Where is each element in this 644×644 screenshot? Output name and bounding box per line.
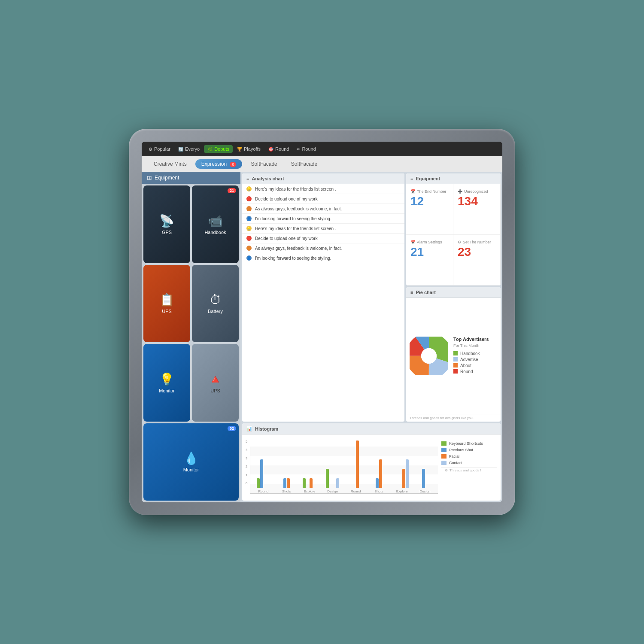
bar-group-5: Round [345, 445, 367, 493]
histogram-panel: 📊 Histogram 5 4 3 2 1 [242, 423, 501, 501]
equipment-stats-header: ≡ Equipment [406, 173, 501, 184]
analysis-list: 💡 Here's my ideas for the friends list s… [242, 184, 404, 422]
popular-icon: ⚙ [149, 147, 152, 152]
pie-chart-header: ≡ Pie chart [406, 287, 501, 298]
legend-dot-contact [441, 461, 447, 465]
pie-content: Top Advertisers For This Month Handbook … [406, 298, 501, 414]
analysis-header: ≡ Analysis chart [242, 173, 404, 184]
equipment-stats-icon: ≡ [410, 176, 413, 181]
chart-legend: Keyboard Shortcuts Previous Shot Facial [441, 438, 497, 497]
sidebar-item-monitor1[interactable]: 💡 Monitor [143, 344, 190, 422]
stat-icon: 📅 [410, 240, 415, 244]
sidebar-item-ups[interactable]: 📋 UPS [143, 265, 190, 343]
bar-group-2: Shots [275, 445, 298, 493]
chart-area: 5 4 3 2 1 0 [246, 438, 438, 497]
bar-group-label: Design [327, 489, 338, 493]
playoffs-icon: 🏆 [237, 147, 242, 152]
svg-point-5 [421, 348, 437, 364]
analysis-item: 🔴 Decide to upload one of my work [242, 234, 404, 243]
sidebar: ⊞ Equipment 📡 GPS 21 📹 Handbook 📋 [142, 172, 240, 502]
subnav-softfacade2[interactable]: SoftFacade [286, 159, 322, 169]
bar [336, 478, 339, 488]
pie-chart-panel: ≡ Pie chart [406, 287, 501, 422]
bar [260, 459, 263, 488]
analysis-item: 💡 Here's my ideas for the friends list s… [242, 224, 404, 234]
top-nav: ⚙ Popular 🔄 Everyo 🌿 Debuts 🏆 Playoffs 🎯… [142, 142, 502, 156]
dot-orange: 🔸 [246, 206, 252, 211]
legend-advertise: Advertise [453, 357, 497, 362]
legend-dot-facial [441, 454, 447, 459]
sidebar-header: ⊞ Equipment [142, 172, 240, 184]
bar-group-4: Design [322, 445, 344, 493]
stat-label: ➕ Unrecognized [458, 189, 496, 194]
main-content: ⊞ Equipment 📡 GPS 21 📹 Handbook 📋 [142, 172, 502, 502]
nav-round2[interactable]: ✏ Round [293, 145, 319, 153]
analysis-item: 👤 I'm looking forward to seeing the styl… [242, 214, 404, 224]
bar [402, 469, 405, 488]
ups2-icon: 🔺 [208, 372, 223, 386]
gps-icon: 📡 [159, 214, 174, 228]
dot-blue: 👤 [246, 216, 252, 221]
legend-dot-previous [441, 448, 447, 452]
sidebar-item-gps[interactable]: 📡 GPS [143, 185, 190, 263]
bar-group-1: Round [252, 445, 274, 493]
device-screen: ⚙ Popular 🔄 Everyo 🌿 Debuts 🏆 Playoffs 🎯… [142, 142, 502, 502]
bar-group-label: Shots [374, 489, 383, 493]
stat-set-number: ⚙ Set The Number 23 [453, 235, 501, 286]
bar [379, 459, 382, 488]
monitor2-icon: 💧 [184, 451, 199, 465]
legend-dot-handbook [453, 351, 458, 355]
debuts-icon: 🌿 [207, 147, 213, 152]
legend-item-facial: Facial [441, 454, 497, 459]
stat-label: ⚙ Set The Number [458, 240, 496, 244]
y-axis: 5 4 3 2 1 0 [246, 438, 247, 485]
dot-yellow: 💡 [246, 186, 252, 191]
monitor2-badge: 02 [228, 426, 236, 431]
stat-value: 12 [410, 195, 449, 207]
bar [303, 478, 306, 488]
legend-item-previous: Previous Shot [441, 448, 497, 452]
stat-unrecognized: ➕ Unrecognized 134 [453, 184, 501, 235]
subnav-creative[interactable]: Creative Mints [149, 159, 192, 169]
sidebar-item-handbook[interactable]: 21 📹 Handbook [192, 185, 239, 263]
subnav-expression[interactable]: Expression 0 [195, 159, 243, 169]
stat-alarm: 📅 Alarm Settings 21 [406, 235, 453, 286]
nav-round1[interactable]: 🎯 Round [265, 145, 292, 153]
bar-group-7: Explore [391, 445, 413, 493]
sidebar-item-battery[interactable]: ⏱ Battery [192, 265, 239, 343]
stats-grid: 📅 The End Number 12 ➕ Unrecognized [406, 184, 501, 286]
sidebar-grid: 📡 GPS 21 📹 Handbook 📋 UPS ⏱ Batt [142, 184, 240, 502]
dot-red2: 🔴 [246, 236, 252, 241]
ups-icon: 📋 [159, 293, 174, 307]
legend-item-keyboard: Keyboard Shortcuts [441, 441, 497, 446]
bar [287, 478, 290, 488]
nav-popular[interactable]: ⚙ Popular [145, 145, 174, 153]
analysis-item: 🔸 As always guys, feedback is welcome, i… [242, 204, 404, 214]
device-frame: ⚙ Popular 🔄 Everyo 🌿 Debuts 🏆 Playoffs 🎯… [129, 129, 515, 515]
analysis-item: 🔸 As always guys, feedback is welcome, i… [242, 243, 404, 253]
nav-everyo[interactable]: 🔄 Everyo [175, 145, 203, 153]
stat-icon: ⚙ [458, 240, 461, 244]
sidebar-item-monitor2[interactable]: 02 💧 Monitor [143, 423, 239, 501]
content-area: ≡ Analysis chart 💡 Here's my ideas for t… [240, 172, 502, 502]
stat-icon: 📅 [410, 189, 415, 194]
bar [326, 469, 329, 488]
legend-dot-advertise [453, 357, 458, 361]
grid-icon: ⊞ [147, 174, 152, 181]
stat-label: 📅 The End Number [410, 189, 449, 194]
bar-group-label: Round [351, 489, 361, 493]
bar [310, 478, 313, 488]
round2-icon: ✏ [297, 147, 300, 152]
handbook-badge: 21 [228, 188, 236, 193]
nav-debuts[interactable]: 🌿 Debuts [204, 145, 233, 153]
nav-playoffs[interactable]: 🏆 Playoffs [234, 145, 264, 153]
legend-dot-round [453, 369, 458, 374]
bar-group-label: Design [420, 489, 431, 493]
legend-round: Round [453, 369, 497, 374]
subnav-softfacade1[interactable]: SoftFacade [246, 159, 282, 169]
histogram-header: 📊 Histogram [242, 423, 501, 434]
sidebar-item-ups2[interactable]: 🔺 UPS [192, 344, 239, 422]
chart-bars: Round [250, 447, 438, 494]
bar-group-label: Explore [396, 489, 408, 493]
analysis-item: 💡 Here's my ideas for the friends list s… [242, 184, 404, 194]
